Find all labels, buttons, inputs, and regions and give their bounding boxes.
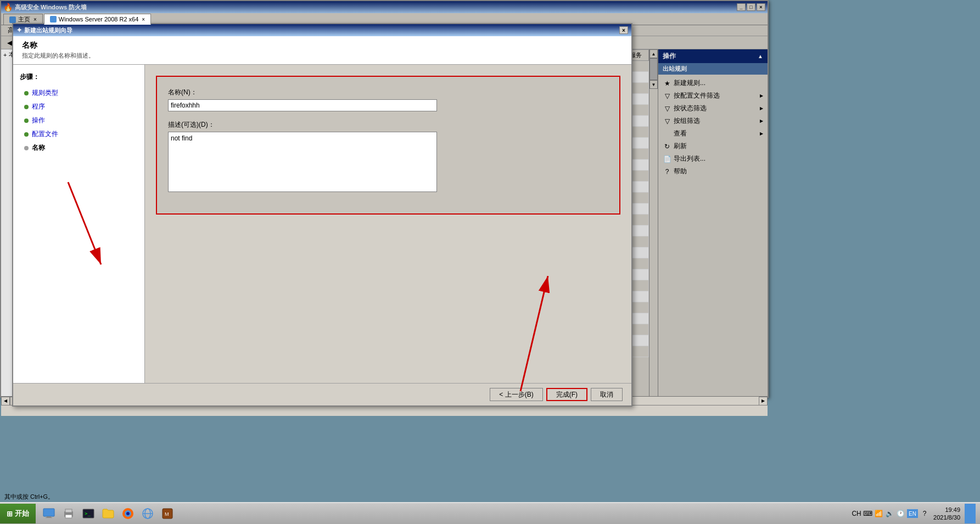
firefox-icon [121, 507, 135, 520]
step-dot-4 [24, 132, 29, 137]
svg-rect-9 [65, 515, 72, 518]
taskbar-right: CH ⌨ 📶 🔊 🕐 EN ? 19:49 2021/8/30 [848, 504, 980, 523]
computer-icon [42, 507, 55, 520]
taskbar-system-icons: CH ⌨ 📶 🔊 🕐 EN ? [852, 509, 929, 518]
taskbar-clock-icon: 🕐 [896, 509, 905, 518]
finish-button[interactable]: 完成(F) [546, 388, 587, 401]
tab-server-close[interactable]: × [142, 16, 145, 22]
dialog-close-button[interactable]: × [619, 26, 628, 34]
taskbar-app-2[interactable] [60, 505, 77, 522]
dialog-main: 名称(N)： 描述(可选)(D)： not find [145, 65, 631, 383]
dialog-header: 名称 指定此规则的名称和描述。 [13, 36, 631, 65]
step-label-profile[interactable]: 配置文件 [32, 129, 58, 139]
back-button[interactable]: < 上一步(B) [490, 388, 542, 401]
taskbar: ⊞ 开始 >_ [0, 502, 980, 524]
dialog-steps-panel: 步骤： 规则类型 程序 操作 [13, 65, 145, 383]
desc-form-group: 描述(可选)(D)： not find [168, 120, 608, 194]
taskbar-flag-icon: EN [907, 509, 918, 518]
arrow-annotation-area [24, 177, 144, 288]
network-icon [141, 507, 154, 520]
main-window: 🔥 高级安全 Windows 防火墙 _ □ × 主页 × Windows Se… [0, 0, 769, 398]
taskbar-app-7[interactable]: M [159, 505, 176, 522]
name-label: 名称(N)： [168, 88, 608, 97]
svg-rect-5 [47, 516, 51, 517]
name-input[interactable] [168, 99, 437, 111]
dialog-titlebar: ✦ 新建出站规则向导 × [13, 24, 631, 36]
show-desktop-button[interactable] [965, 504, 976, 523]
svg-rect-4 [43, 509, 54, 516]
start-icon: ⊞ [7, 510, 13, 518]
step-dot-2 [24, 105, 29, 109]
step-label-name: 名称 [32, 143, 45, 153]
step-program: 程序 [13, 100, 144, 114]
svg-rect-6 [46, 517, 52, 518]
svg-point-14 [126, 512, 130, 515]
dialog-overlay: ✦ 新建出站规则向导 × 名称 指定此规则的名称和描述。 步骤： [1, 1, 768, 397]
folder-icon [102, 507, 115, 520]
name-form-group: 名称(N)： [168, 88, 608, 111]
taskbar-app-4[interactable] [99, 505, 117, 522]
wizard-dialog: ✦ 新建出站规则向导 × 名称 指定此规则的名称和描述。 步骤： [12, 23, 632, 407]
svg-line-1 [68, 182, 101, 264]
server-icon [50, 16, 57, 22]
desktop: 🔥 高级安全 Windows 防火墙 _ □ × 主页 × Windows Se… [0, 0, 980, 524]
terminal-icon: >_ [82, 507, 95, 520]
step-name: 名称 [13, 141, 144, 155]
start-button[interactable]: ⊞ 开始 [0, 504, 36, 523]
step-dot-3 [24, 119, 29, 123]
dialog-header-title: 名称 [22, 41, 623, 50]
taskbar-app-5[interactable] [119, 505, 137, 522]
taskbar-app-3[interactable]: >_ [80, 505, 97, 522]
step-label-rule-type[interactable]: 规则类型 [32, 88, 58, 98]
taskbar-app-6[interactable] [139, 505, 156, 522]
taskbar-network-icon: 📶 [874, 509, 883, 518]
taskbar-datetime: 19:49 2021/8/30 [933, 506, 960, 522]
taskbar-time-display: 19:49 [933, 506, 960, 514]
taskbar-apps: >_ [36, 505, 181, 522]
step-action: 操作 [13, 114, 144, 127]
step-dot-5 [24, 146, 29, 150]
svg-text:>_: >_ [85, 511, 91, 516]
taskbar-help-icon: ? [920, 509, 929, 518]
taskbar-date-display: 2021/8/30 [933, 514, 960, 521]
svg-text:M: M [165, 511, 169, 517]
taskbar-keyboard-icon: ⌨ [863, 509, 872, 518]
tab-server[interactable]: Windows Server 2008 R2 x64 × [44, 14, 151, 25]
step-label-program[interactable]: 程序 [32, 102, 45, 111]
taskbar-ch-icon: CH [852, 509, 861, 518]
cancel-button[interactable]: 取消 [591, 388, 623, 401]
form-red-border: 名称(N)： 描述(可选)(D)： not find [156, 76, 620, 215]
dialog-footer: < 上一步(B) 完成(F) 取消 [13, 383, 631, 405]
red-arrow-svg [24, 177, 112, 286]
dialog-title: 新建出站规则向导 [24, 26, 72, 35]
step-dot-1 [24, 91, 29, 95]
dialog-icon: ✦ [16, 26, 22, 34]
hscroll-right[interactable]: ▶ [759, 397, 768, 405]
step-label-action[interactable]: 操作 [32, 116, 45, 125]
desc-label: 描述(可选)(D)： [168, 120, 608, 129]
steps-title: 步骤： [13, 70, 144, 84]
printer-icon [62, 507, 75, 520]
desc-textarea[interactable]: not find [168, 132, 437, 192]
dialog-body: 步骤： 规则类型 程序 操作 [13, 65, 631, 383]
status-bar [1, 405, 768, 416]
taskbar-volume-icon: 🔊 [885, 509, 894, 518]
svg-rect-8 [65, 509, 72, 512]
step-profile: 配置文件 [13, 127, 144, 141]
hscroll-left[interactable]: ◀ [1, 397, 10, 405]
taskbar-app-1[interactable] [40, 505, 58, 522]
step-rule-type: 规则类型 [13, 86, 144, 100]
dialog-header-subtitle: 指定此规则的名称和描述。 [22, 52, 623, 60]
status-hint: 其中或按 Ctrl+G。 [4, 493, 54, 501]
mmc-icon: M [161, 507, 174, 520]
